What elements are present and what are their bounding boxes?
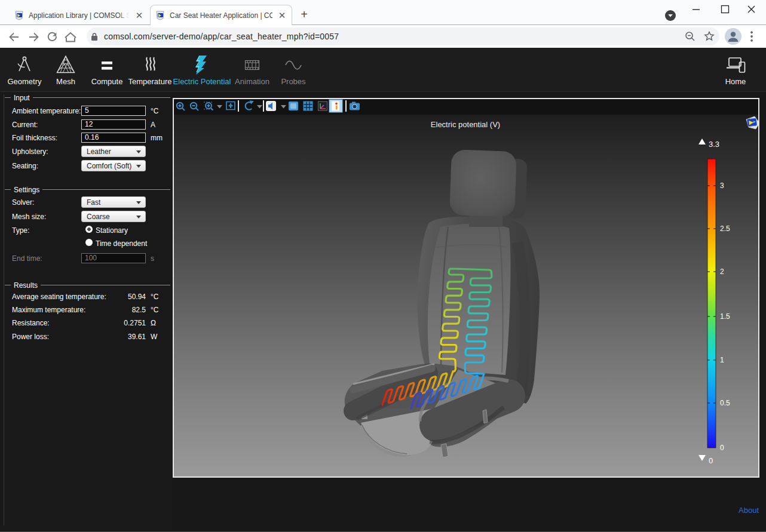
svg-text:2: 2 xyxy=(720,267,724,276)
svg-text:0: 0 xyxy=(709,456,713,465)
svg-text:2.5: 2.5 xyxy=(720,225,730,233)
svg-text:0.5: 0.5 xyxy=(720,399,730,407)
svg-text:1.5: 1.5 xyxy=(720,312,730,321)
svg-text:Electric potential (V): Electric potential (V) xyxy=(431,120,500,129)
svg-text:3.3: 3.3 xyxy=(709,140,719,149)
svg-text:3: 3 xyxy=(720,182,724,190)
svg-text:0: 0 xyxy=(720,444,724,452)
svg-text:1: 1 xyxy=(720,356,724,364)
